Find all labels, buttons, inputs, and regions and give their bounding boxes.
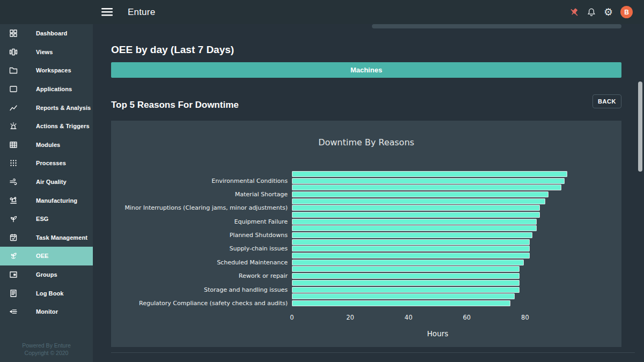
category-label: Scheduled Maintenance [111,259,292,266]
robot-arm-icon [9,196,18,205]
bar-row [111,293,621,300]
bar-row [111,239,621,246]
category-label: Supply-chain issues [111,245,292,252]
sidebar-item-label: ESG [36,216,49,222]
sidebar-item-label: Task Management [36,234,87,241]
machines-bar-label: Machines [350,66,382,74]
bar-row: Planned Shutdowns [111,232,621,239]
bar-row [111,171,621,178]
bar[interactable] [292,280,519,286]
sidebar-item-air-quality[interactable]: Air Quality [0,173,93,191]
picture-in-picture-icon [9,270,18,279]
sidebar-item-monitor[interactable]: Monitor [0,302,93,321]
bar-row: Material Shortage [111,191,621,198]
sidebar-item-label: Air Quality [36,179,67,185]
bar[interactable] [292,198,545,204]
sidebar-item-groups[interactable]: Groups [0,265,93,284]
sidebar-item-actions-triggers[interactable]: Actions & Triggers [0,117,93,136]
bar-row: Regulatory Compliance (safety checks and… [111,300,621,307]
sidebar-nav: DashboardViewsWorkspacesApplicationsRepo… [0,24,93,321]
bar-row [111,225,621,232]
sidebar-item-log-book[interactable]: Log Book [0,284,93,302]
bar[interactable] [292,178,565,184]
bar-rows: Environmental ConditionsMaterial Shortag… [111,171,621,307]
x-tick-label: 20 [346,314,354,321]
sidebar-item-label: Applications [36,86,72,92]
air-icon [9,178,18,186]
x-tick-label: 0 [290,314,294,321]
section-divider [111,352,635,353]
bar[interactable] [292,232,532,238]
bar[interactable] [292,219,537,225]
bar[interactable] [292,260,524,265]
plant-icon [9,252,18,260]
bar[interactable] [292,212,540,218]
sidebar-item-task-management[interactable]: Task Management [0,228,93,247]
sidebar: DashboardViewsWorkspacesApplicationsRepo… [0,24,93,362]
category-label: Material Shortage [111,191,292,198]
sidebar-item-views[interactable]: Views [0,43,93,62]
sidebar-item-dashboard[interactable]: Dashboard [0,24,93,43]
category-label: Storage and handling issues [111,286,292,293]
sidebar-item-reports-analysis[interactable]: Reports & Analysis [0,98,93,117]
vertical-scrollbar-thumb[interactable] [638,82,642,172]
sidebar-item-label: Actions & Triggers [36,123,90,129]
bar[interactable] [292,246,530,252]
sidebar-item-label: Modules [36,142,60,148]
sidebar-item-modules[interactable]: Modules [0,136,93,154]
pin-off-icon[interactable] [569,8,579,17]
chart-title: Downtime By Reasons [111,137,621,147]
table-grid-icon [9,141,18,149]
sidebar-item-workspaces[interactable]: Workspaces [0,61,93,80]
bar[interactable] [292,225,537,231]
bar[interactable] [292,253,530,258]
views-icon [9,48,18,56]
downtime-chart-card: Downtime By Reasons Environmental Condit… [111,121,621,347]
bar[interactable] [292,171,567,177]
bar[interactable] [292,273,519,279]
back-button[interactable]: BACK [592,94,621,108]
sidebar-item-oee[interactable]: OEE [0,247,93,265]
sidebar-item-label: Groups [36,271,57,278]
bar-row: Equipment Failure [111,218,621,225]
settings-icon[interactable]: ⚙ [604,7,613,17]
bar[interactable] [292,239,530,245]
bar[interactable] [292,205,540,211]
x-tick-label: 60 [463,314,471,321]
sidebar-item-label: OEE [36,253,49,259]
bar-row [111,252,621,259]
bar-row: Rework or repair [111,272,621,279]
document-icon [9,289,18,298]
horizontal-scrollbar[interactable] [372,24,621,28]
bar-row: Environmental Conditions [111,178,621,184]
avatar[interactable]: B [620,6,633,18]
notifications-icon[interactable] [587,8,596,17]
sidebar-item-esg[interactable]: ESG [0,210,93,228]
page-title: OEE by day (Last 7 Days) [111,44,234,56]
sidebar-item-manufacturing[interactable]: Manufacturing [0,191,93,210]
sidebar-item-label: Views [36,49,53,55]
bar-row [111,279,621,286]
category-label: Rework or repair [111,272,292,279]
x-tick-label: 80 [521,314,529,321]
bar[interactable] [292,300,510,306]
sidebar-item-label: Processes [36,160,66,166]
bar-row: Storage and handling issues [111,286,621,293]
dashboard-icon [9,29,18,38]
folder-icon [9,66,18,75]
menu-icon[interactable] [101,8,113,16]
bar[interactable] [292,191,548,197]
sidebar-item-processes[interactable]: Processes [0,154,93,173]
bar-row: Supply-chain issues [111,246,621,253]
leaf-icon [9,215,18,223]
x-axis-ticks: 020406080 [292,314,583,321]
calendar-check-icon [9,233,18,242]
line-chart-icon [9,104,18,112]
machines-bar[interactable]: Machines [111,62,621,78]
bar[interactable] [292,184,561,190]
bar[interactable] [292,266,519,272]
sidebar-item-applications[interactable]: Applications [0,80,93,99]
sidebar-item-label: Reports & Analysis [36,105,91,111]
bar[interactable] [292,287,519,293]
bar[interactable] [292,293,515,299]
